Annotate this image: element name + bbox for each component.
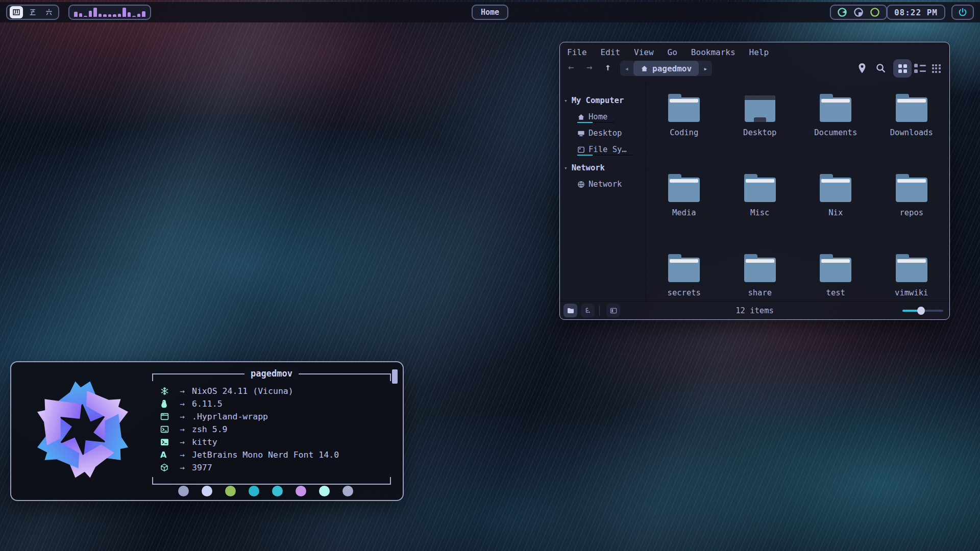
visualizer-bar <box>108 14 112 17</box>
gauge-teal-icon[interactable] <box>837 7 847 17</box>
fetch-value: 3977 <box>192 463 212 472</box>
fetch-row-font: A → JetBrains Mono Nerd Font 14.0 <box>160 448 391 461</box>
breadcrumb-home-segment[interactable]: pagedmov <box>633 61 699 76</box>
menu-view[interactable]: View <box>634 47 654 57</box>
fetch-value: kitty <box>192 437 217 447</box>
folder-icon <box>744 258 776 282</box>
menu-go[interactable]: Go <box>668 47 677 57</box>
compact-view-glyph <box>932 64 941 73</box>
folder-label: repos <box>899 208 923 217</box>
breadcrumb-right-chevron[interactable]: ▸ <box>699 65 712 72</box>
folder-item-desktop[interactable]: Desktop <box>722 91 798 171</box>
workspace-button-1[interactable]: 四 <box>10 6 23 18</box>
folder-item-misc[interactable]: Misc <box>722 171 798 252</box>
folder-label: Downloads <box>890 128 933 137</box>
shell-prompt-icon <box>160 425 169 433</box>
fetch-value: JetBrains Mono Nerd Font 14.0 <box>192 450 339 460</box>
folder-icon <box>896 258 927 282</box>
home-icon <box>641 65 648 72</box>
item-count-label: 12 items <box>560 306 949 315</box>
breadcrumb-path-label: pagedmov <box>652 64 692 73</box>
terminal-icon <box>160 438 169 446</box>
folder-item-vimwiki[interactable]: vimwiki <box>874 252 950 332</box>
compact-view-button[interactable] <box>927 59 945 78</box>
visualizer-bar <box>103 14 107 17</box>
folder-item-repos[interactable]: repos <box>874 171 950 252</box>
arrow-glyph: → <box>173 386 192 396</box>
fetch-value: zsh 5.9 <box>192 424 228 434</box>
workspace-button-3[interactable]: 六 <box>42 6 56 18</box>
gauge-lavender-icon[interactable] <box>853 7 864 17</box>
power-icon <box>958 7 968 17</box>
arrow-glyph: → <box>173 399 192 409</box>
folder-label: Coding <box>670 128 698 137</box>
active-window-title[interactable]: Home <box>472 5 508 20</box>
home-icon <box>577 113 585 121</box>
terminal-cursor <box>392 369 398 384</box>
audio-visualizer <box>68 5 151 20</box>
places-sidebar: ▾ My Computer Home Desktop File Sy… <box>560 81 646 301</box>
arrow-glyph: → <box>173 463 192 472</box>
sidebar-item-label: Desktop <box>589 129 622 138</box>
folder-icon <box>820 178 851 202</box>
workspace-button-2[interactable]: 五 <box>26 6 39 18</box>
folder-item-secrets[interactable]: secrets <box>646 252 722 332</box>
visualizer-bar <box>84 16 87 17</box>
icon-view-button[interactable] <box>893 59 912 78</box>
folder-item-media[interactable]: Media <box>646 171 722 252</box>
menu-edit[interactable]: Edit <box>601 47 621 57</box>
folder-icon <box>668 97 700 122</box>
toolbar: ← → ↑ ◂ pagedmov ▸ <box>560 59 949 80</box>
sidebar-section-my-computer[interactable]: ▾ My Computer <box>560 92 646 109</box>
folder-item-downloads[interactable]: Downloads <box>874 91 950 171</box>
folder-icon <box>896 97 927 122</box>
search-icon[interactable] <box>875 63 886 73</box>
sidebar-item-network[interactable]: Network <box>560 176 646 192</box>
fetch-row-wm: → .Hyprland-wrapp <box>160 410 391 423</box>
folder-label: Desktop <box>743 128 776 137</box>
folder-item-share[interactable]: share <box>722 252 798 332</box>
list-view-button[interactable] <box>911 59 929 78</box>
arrow-glyph: → <box>173 437 192 447</box>
folder-label: secrets <box>668 288 701 297</box>
up-button[interactable]: ↑ <box>605 61 610 72</box>
top-status-bar: 四 五 六 <box>0 2 980 22</box>
visualizer-bar <box>142 11 145 17</box>
sidebar-section-network[interactable]: ▾ Network <box>560 160 646 176</box>
folder-item-nix[interactable]: Nix <box>798 171 874 252</box>
expander-triangle-icon[interactable]: ▾ <box>564 97 568 104</box>
folder-label: test <box>826 288 845 297</box>
list-view-glyph <box>914 64 926 73</box>
drive-icon <box>577 146 585 154</box>
menu-help[interactable]: Help <box>749 47 769 57</box>
sidebar-item-file-system[interactable]: File Sy… <box>560 141 646 158</box>
power-button[interactable] <box>951 5 974 20</box>
breadcrumb-left-chevron[interactable]: ◂ <box>620 65 633 72</box>
folder-item-test[interactable]: test <box>798 252 874 332</box>
folder-item-coding[interactable]: Coding <box>646 91 722 171</box>
zoom-slider[interactable] <box>902 310 943 312</box>
folder-grid: Coding Desktop Documents Downloads Media… <box>646 81 949 301</box>
clock-module[interactable]: 08:22 PM <box>887 5 945 20</box>
visualizer-bar <box>79 13 83 17</box>
folder-label: Misc <box>750 208 769 217</box>
fetch-frame-bottom <box>152 477 391 485</box>
workspace-glyph-five <box>29 8 37 16</box>
back-button[interactable]: ← <box>568 61 574 72</box>
forward-button[interactable]: → <box>586 61 592 72</box>
location-pin-icon[interactable] <box>857 63 867 74</box>
gauge-green-icon[interactable] <box>870 7 880 17</box>
menu-file[interactable]: File <box>567 47 587 57</box>
sidebar-item-desktop[interactable]: Desktop <box>560 125 646 141</box>
fetch-value: .Hyprland-wrapp <box>192 412 268 421</box>
expander-triangle-icon[interactable]: ▾ <box>564 165 568 171</box>
visualizer-bar <box>118 14 121 17</box>
folder-item-documents[interactable]: Documents <box>798 91 874 171</box>
palette-dot <box>296 486 306 496</box>
package-cube-icon <box>160 463 168 472</box>
menu-bookmarks[interactable]: Bookmarks <box>691 47 736 57</box>
fetch-hostname: pagedmov <box>244 368 299 379</box>
status-bar: 12 items <box>560 301 949 319</box>
sidebar-item-home[interactable]: Home <box>560 109 646 125</box>
zoom-slider-thumb[interactable] <box>917 307 925 315</box>
